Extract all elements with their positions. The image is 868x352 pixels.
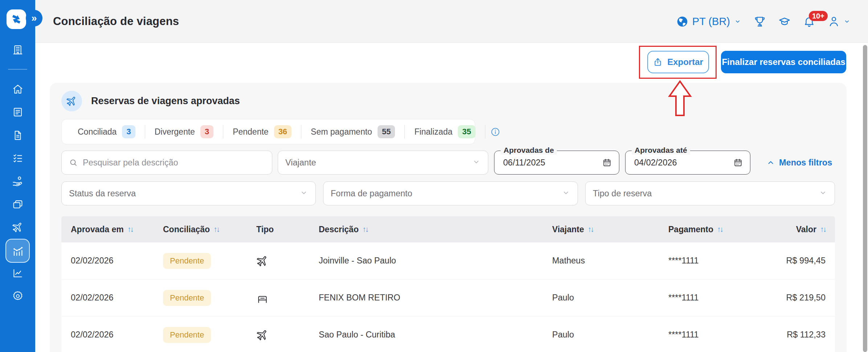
col-valor: Valor↑↓	[766, 225, 826, 234]
sidebar-divider	[8, 69, 27, 70]
plane-icon	[256, 329, 319, 341]
home-icon	[12, 83, 24, 95]
cell-type	[256, 329, 319, 341]
less-filters-toggle[interactable]: Menos filtros	[767, 151, 832, 175]
sort-icon[interactable]: ↑↓	[362, 225, 368, 234]
approved-to-datepicker[interactable]: Aprovadas até 04/02/2026	[625, 151, 750, 175]
export-icon	[653, 57, 663, 67]
swap-arrows-icon	[9, 12, 24, 26]
cell-value: R$ 219,50	[766, 293, 826, 303]
sidebar-item-home[interactable]	[0, 82, 35, 97]
plane-icon	[12, 221, 24, 233]
chevron-down-icon	[472, 157, 481, 168]
panel-header: Reservas de viagens aprovadas	[61, 91, 240, 111]
cell-description: Sao Paulo - Curitiba	[319, 330, 552, 340]
chevron-down-icon	[734, 18, 741, 25]
sort-icon[interactable]: ↑↓	[588, 225, 593, 234]
page-title: Conciliação de viagens	[53, 0, 179, 43]
chevron-up-icon	[767, 159, 775, 167]
cell-description: FENIX BOM RETIRO	[319, 293, 552, 303]
chevrons-right-icon: »	[31, 13, 37, 24]
status-badge: Pendente	[163, 327, 211, 343]
table-row[interactable]: 02/02/2026 Pendente Joinville - Sao Paul…	[61, 242, 835, 279]
sidebar-item-invoices[interactable]	[0, 105, 35, 120]
tab-divergente[interactable]: Divergente 3	[145, 125, 223, 138]
reservation-status-select[interactable]: Status da reserva	[61, 181, 316, 205]
payment-method-select[interactable]: Forma de pagamento	[323, 181, 578, 205]
cell-approved-at: 02/02/2026	[71, 256, 163, 266]
notifications-button[interactable]: 10+	[803, 15, 815, 28]
search-field[interactable]	[61, 151, 272, 175]
sort-icon[interactable]: ↑↓	[717, 225, 722, 234]
sort-icon[interactable]: ↑↓	[213, 225, 219, 234]
approved-from-datepicker[interactable]: Aprovadas de 06/11/2025	[494, 151, 619, 175]
language-selector[interactable]: PT (BR)	[676, 16, 741, 28]
sidebar: »	[0, 0, 35, 352]
cell-description: Joinville - Sao Paulo	[319, 256, 552, 266]
col-pagamento: Pagamento↑↓	[668, 225, 766, 234]
sidebar-item-documents[interactable]	[0, 128, 35, 143]
search-input[interactable]	[83, 158, 265, 168]
learning-button[interactable]	[778, 15, 791, 28]
sidebar-item-checklist[interactable]	[0, 151, 35, 166]
chevron-down-icon	[299, 188, 308, 198]
achievements-button[interactable]	[754, 15, 766, 28]
col-descricao: Descrição↑↓	[319, 225, 552, 234]
chevron-down-icon	[819, 188, 827, 198]
cell-status: Pendente	[163, 290, 256, 306]
gear-icon	[12, 290, 24, 302]
export-button[interactable]: Exportar	[647, 51, 709, 73]
trophy-icon	[754, 15, 766, 28]
tab-conciliada[interactable]: Conciliada 3	[68, 125, 145, 138]
col-conciliacao: Conciliação↑↓	[163, 225, 256, 234]
sort-icon[interactable]: ↑↓	[127, 225, 133, 234]
status-badge: Pendente	[163, 253, 211, 269]
info-icon[interactable]	[485, 127, 505, 137]
sidebar-item-cards[interactable]	[0, 197, 35, 212]
cell-traveler: Matheus	[552, 256, 668, 266]
calendar-icon[interactable]	[602, 158, 612, 167]
calendar-icon[interactable]	[733, 158, 743, 167]
receipt-icon	[12, 106, 24, 118]
tab-finalizada[interactable]: Finalizada 35	[405, 125, 485, 138]
count-badge: 3	[200, 125, 213, 138]
table-row[interactable]: 02/02/2026 Pendente FENIX BOM RETIRO Pau…	[61, 279, 835, 316]
status-tabs: Conciliada 3 Divergente 3 Pendente 36 Se…	[61, 119, 475, 144]
col-aprovada-em: Aprovada em↑↓	[71, 225, 163, 234]
sidebar-item-company[interactable]	[0, 42, 35, 58]
notification-badge: 10+	[809, 11, 828, 21]
cell-payment: ****1111	[668, 256, 766, 266]
sidebar-item-travel-reconciliation[interactable]	[5, 239, 30, 263]
profile-menu[interactable]	[828, 15, 851, 28]
person-icon	[828, 15, 840, 28]
topbar-actions: PT (BR) 10+	[676, 0, 851, 43]
approved-reservations-panel: Reservas de viagens aprovadas Conciliada…	[50, 83, 847, 352]
sidebar-item-reports[interactable]	[0, 266, 35, 281]
cards-icon	[12, 198, 24, 210]
col-viajante: Viajante↑↓	[552, 225, 668, 234]
cell-traveler: Paulo	[552, 293, 668, 303]
tab-sem-pagamento[interactable]: Sem pagamento 55	[301, 125, 404, 138]
cell-traveler: Paulo	[552, 330, 668, 340]
tab-pendente[interactable]: Pendente 36	[223, 125, 301, 138]
reservation-type-select[interactable]: Tipo de reserva	[585, 181, 835, 205]
sort-icon[interactable]: ↑↓	[820, 225, 826, 234]
bed-icon	[256, 292, 319, 304]
cell-payment: ****1111	[668, 293, 766, 303]
sidebar-expand-button[interactable]: »	[26, 10, 42, 26]
sidebar-item-travel[interactable]	[0, 220, 35, 235]
cell-approved-at: 02/02/2026	[71, 293, 163, 303]
plane-chip	[61, 91, 82, 111]
app-logo[interactable]	[7, 9, 26, 29]
table-row[interactable]: 02/02/2026 Pendente Sao Paulo - Curitiba…	[61, 316, 835, 352]
file-text-icon	[12, 130, 24, 141]
chevron-down-icon	[843, 18, 851, 25]
traveler-select[interactable]: Viajante	[278, 151, 488, 175]
travel-stats-icon	[12, 245, 24, 257]
sidebar-item-settings[interactable]	[0, 288, 35, 304]
chart-line-icon	[12, 267, 24, 279]
sidebar-item-reimbursement[interactable]	[0, 173, 35, 189]
vertical-scrollbar[interactable]	[863, 45, 867, 352]
top-header: Conciliação de viagens PT (BR) 10+	[35, 0, 868, 43]
finalize-reservations-button[interactable]: Finalizar reservas conciliadas	[721, 51, 846, 73]
